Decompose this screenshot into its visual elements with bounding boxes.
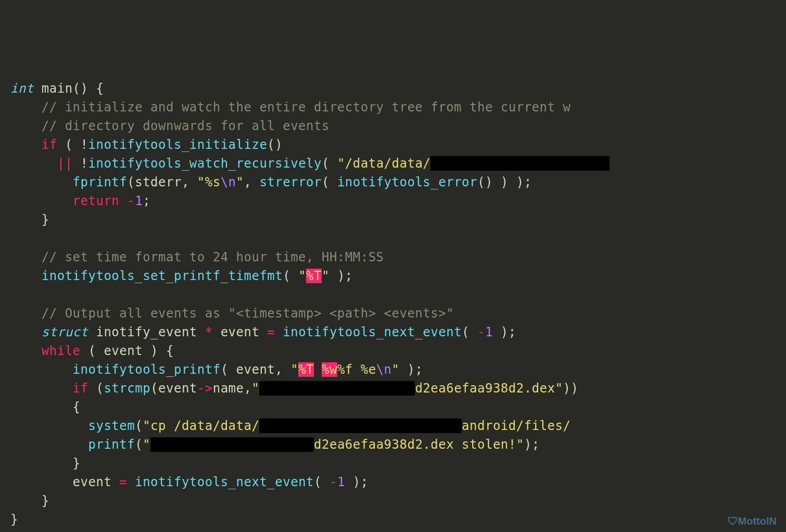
string-literal: "/data/data/ — [337, 156, 430, 171]
keyword-struct: struct — [42, 325, 88, 339]
keyword-return: return — [73, 194, 120, 208]
function-call: fprintf — [73, 175, 128, 189]
function-call: strcmp — [104, 381, 150, 396]
redacted-text — [259, 419, 462, 433]
redacted-text — [150, 437, 314, 452]
keyword-type: int — [10, 81, 34, 96]
code-line: } — [10, 491, 786, 510]
function-call: strerror — [259, 175, 322, 189]
format-spec: %s — [205, 175, 221, 189]
keyword-while: while — [42, 344, 81, 358]
code-line: return -1; — [10, 192, 786, 210]
code-line: event = inotifytools_next_event( -1 ); — [10, 473, 786, 491]
code-line: if ( !inotifytools_initialize() — [10, 135, 786, 154]
function-call: inotifytools_next_event — [283, 325, 462, 339]
blank-line — [10, 229, 786, 248]
code-line: struct inotify_event * event = inotifyto… — [10, 323, 786, 341]
function-call: inotifytools_watch_recursively — [88, 156, 322, 171]
code-line: printf(" d2ea6efaa938d2.dex stolen!"); — [10, 435, 786, 454]
number-literal: 1 — [135, 194, 143, 208]
code-line: || !inotifytools_watch_recursively( "/da… — [10, 154, 786, 173]
code-line: } — [10, 510, 786, 529]
string-literal: d2ea6efaa938d2.dex" — [415, 381, 563, 396]
function-call: printf — [88, 437, 135, 452]
code-line: } — [10, 210, 786, 229]
keyword-if: if — [73, 381, 88, 396]
blank-line — [10, 285, 786, 304]
comment-line: // Output all events as "<timestamp> <pa… — [10, 304, 786, 323]
function-call: inotifytools_printf — [73, 362, 221, 377]
function-call: inotifytools_initialize — [88, 137, 268, 152]
number-literal: 1 — [485, 325, 493, 339]
format-spec-highlight: %w — [322, 362, 337, 377]
format-spec-highlight: %T — [306, 269, 322, 283]
code-line: } — [10, 454, 786, 473]
function-call: inotifytools_set_printf_timefmt — [42, 269, 283, 283]
string-literal: d2ea6efaa938d2.dex stolen!" — [314, 437, 524, 452]
function-call: inotifytools_error — [337, 175, 477, 189]
code-line: { — [10, 398, 786, 416]
redacted-text — [430, 156, 610, 171]
comment-line: // initialize and watch the entire direc… — [10, 98, 786, 117]
comment-line: // directory downwards for all events — [10, 117, 786, 135]
code-editor: int main() { // initialize and watch the… — [10, 79, 786, 529]
watermark: 🛡MottoIN — [728, 513, 777, 529]
operator: || — [57, 156, 73, 171]
string-literal: android/files/ — [462, 419, 571, 433]
code-line: fprintf(stderr, "%s\n", strerror( inotif… — [10, 173, 786, 192]
code-line: inotifytools_printf( event, "%T %w%f %e\… — [10, 360, 786, 379]
function-call: system — [88, 419, 135, 433]
code-line: if (strcmp(event->name," d2ea6efaa938d2.… — [10, 379, 786, 398]
escape-seq: \n — [376, 362, 392, 377]
code-line: inotifytools_set_printf_timefmt( "%T" ); — [10, 267, 786, 285]
string-literal: "cp /data/data/ — [143, 419, 259, 433]
comment-line: // set time format to 24 hour time, HH:M… — [10, 248, 786, 267]
code-line: while ( event ) { — [10, 341, 786, 360]
redacted-text — [259, 381, 415, 396]
keyword-if: if — [10, 137, 57, 152]
escape-seq: \n — [221, 175, 236, 189]
function-call: inotifytools_next_event — [135, 475, 314, 489]
code-line: system("cp /data/data/ android/files/ — [10, 416, 786, 435]
number-literal: 1 — [337, 475, 345, 489]
format-spec-highlight: %T — [298, 362, 314, 377]
code-line: int main() { — [10, 79, 786, 98]
